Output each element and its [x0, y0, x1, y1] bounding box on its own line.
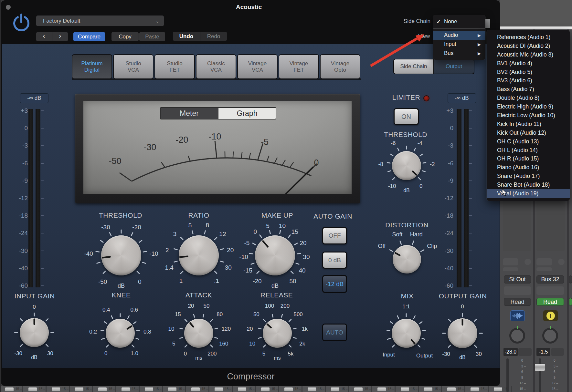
model-tab-studio-vca[interactable]: StudioVCA: [113, 54, 154, 79]
pan-knob[interactable]: [542, 328, 558, 344]
model-tab-platinum-digital[interactable]: PlatinumDigital: [72, 54, 112, 79]
mixer-output-button[interactable]: Bus 32: [536, 275, 564, 284]
fader-cap[interactable]: [238, 387, 246, 391]
mixer-output-button[interactable]: St Out: [504, 275, 531, 284]
distortion-knob[interactable]: [393, 245, 421, 273]
mixer-slot[interactable]: [504, 286, 531, 295]
undo-button[interactable]: Undo: [173, 32, 200, 41]
submenu-item-bv3-audio-6-[interactable]: BV3 (Audio 6): [487, 76, 570, 85]
model-tab-vintage-vca[interactable]: VintageVCA: [237, 54, 278, 79]
mixer-knob-mini[interactable]: [524, 259, 531, 265]
fader-cap[interactable]: [471, 387, 479, 391]
fader-cap[interactable]: [494, 387, 502, 391]
menu-item-audio[interactable]: Audio▶: [433, 31, 485, 40]
copy-button[interactable]: Copy: [111, 32, 139, 41]
auto-button[interactable]: AUTO: [322, 324, 347, 341]
track-warning-icon[interactable]: [543, 310, 558, 321]
submenu-item-electric-high-audio-9-[interactable]: Electric High (Audio 9): [487, 102, 570, 111]
submenu-item-bv2-audio-5-[interactable]: BV2 (Audio 5): [487, 68, 570, 77]
fader-cap[interactable]: [145, 387, 153, 391]
fader-cap[interactable]: [261, 387, 270, 391]
submenu-item-oh-r-audio-15-[interactable]: OH R (Audio 15): [487, 154, 570, 163]
submenu-item-references-audio-1-[interactable]: References (Audio 1): [487, 33, 570, 42]
submenu-item-acoustic-di-audio-2-[interactable]: Acoustic DI (Audio 2): [487, 42, 570, 50]
fader-cap[interactable]: [168, 387, 176, 391]
submenu-item-oh-l-audio-14-[interactable]: OH L (Audio 14): [487, 146, 570, 155]
limiter-threshold-knob[interactable]: [392, 151, 421, 180]
tab-meter[interactable]: Meter: [161, 108, 218, 119]
preset-back-button[interactable]: ‹: [36, 32, 52, 41]
submenu-item-acoustic-mic-audio-3-[interactable]: Acoustic Mic (Audio 3): [487, 50, 570, 59]
fader-cap[interactable]: [52, 387, 60, 391]
auto-gain-minus12-button[interactable]: -12 dB: [322, 275, 347, 293]
submenu-item-double-audio-8-[interactable]: Double (Audio 8): [487, 94, 570, 102]
fader-cap[interactable]: [331, 387, 339, 391]
fader-cap[interactable]: [5, 387, 14, 391]
submenu-item-snare-audio-17-[interactable]: Snare (Audio 17): [487, 172, 570, 181]
menu-item-bus[interactable]: Bus▶: [433, 49, 485, 58]
pan-knob[interactable]: [509, 328, 525, 344]
model-tab-classic-vca[interactable]: ClassicVCA: [196, 54, 236, 79]
power-button[interactable]: [12, 13, 30, 32]
threshold-knob[interactable]: [101, 235, 141, 275]
tab-graph[interactable]: Graph: [218, 108, 276, 119]
menu-item-none[interactable]: ✓None: [433, 17, 485, 26]
fader-cap[interactable]: [401, 387, 409, 391]
mix-knob[interactable]: [392, 319, 421, 348]
mixer-automation-button[interactable]: [569, 298, 572, 306]
traffic-light[interactable]: [6, 5, 11, 10]
listen-side-chain-button[interactable]: Side Chain: [393, 59, 434, 74]
preset-forward-button[interactable]: ›: [52, 32, 68, 41]
mixer-slot[interactable]: [536, 258, 552, 265]
fader-cap[interactable]: [122, 387, 130, 391]
auto-gain-0db-button[interactable]: 0 dB: [322, 252, 347, 269]
limiter-on-button[interactable]: ON: [394, 108, 419, 125]
mixer-output-button[interactable]: [569, 275, 572, 284]
fader-cap[interactable]: [424, 387, 432, 391]
auto-gain-off-button[interactable]: OFF: [322, 227, 347, 244]
fader-cap[interactable]: [284, 387, 293, 391]
fader-cap[interactable]: [308, 387, 316, 391]
attack-knob[interactable]: [184, 319, 213, 348]
fader-cap[interactable]: [75, 387, 83, 391]
model-tab-studio-fet[interactable]: StudioFET: [154, 54, 195, 79]
fader-cap[interactable]: [535, 364, 545, 371]
submenu-item-kick-in-audio-11-[interactable]: Kick In (Audio 11): [487, 120, 570, 129]
submenu-item-kick-out-audio-12-[interactable]: Kick Out (Audio 12): [487, 129, 570, 137]
fader-cap[interactable]: [215, 387, 223, 391]
submenu-item-vocal-audio-19-[interactable]: Vocal (Audio 19): [487, 189, 570, 198]
mixer-automation-button[interactable]: Read: [504, 298, 531, 306]
fader-cap[interactable]: [377, 387, 386, 391]
compare-button[interactable]: Compare: [73, 32, 105, 41]
redo-button[interactable]: Redo: [200, 32, 227, 41]
mixer-knob-mini[interactable]: [558, 259, 565, 265]
knee-knob[interactable]: [106, 319, 135, 348]
fader-cap[interactable]: [191, 387, 200, 391]
preset-select[interactable]: Factory Default ⌄: [36, 15, 164, 26]
volume-value[interactable]: -28.0: [503, 348, 518, 356]
mixer-slot[interactable]: [503, 267, 518, 271]
fader-cap[interactable]: [447, 387, 456, 391]
menu-item-input[interactable]: Input▶: [433, 40, 485, 49]
mixer-slot[interactable]: [536, 286, 564, 295]
submenu-item-bv1-audio-4-[interactable]: BV1 (Audio 4): [487, 59, 570, 68]
submenu-item-snare-bot-audio-18-[interactable]: Snare Bot (Audio 18): [487, 181, 570, 189]
submenu-item-piano-audio-16-[interactable]: Piano (Audio 16): [487, 163, 570, 172]
fader-cap[interactable]: [98, 387, 107, 391]
paste-button[interactable]: Paste: [139, 32, 165, 41]
listen-output-button[interactable]: Output: [434, 59, 474, 74]
fader-cap[interactable]: [28, 387, 37, 391]
model-tab-vintage-fet[interactable]: VintageFET: [279, 54, 319, 79]
fader-cap[interactable]: [354, 387, 363, 391]
mixer-slot[interactable]: [503, 258, 518, 265]
mixer-automation-button[interactable]: Read: [536, 298, 564, 306]
track-waveform-icon[interactable]: [510, 310, 525, 321]
submenu-item-electric-low-audio-10-[interactable]: Electric Low (Audio 10): [487, 111, 570, 120]
submenu-item-oh-c-audio-13-[interactable]: OH C (Audio 13): [487, 137, 570, 146]
mixer-slot[interactable]: [536, 267, 552, 271]
mixer-scrollbar[interactable]: [500, 26, 572, 29]
submenu-item-bass-audio-7-[interactable]: Bass (Audio 7): [487, 85, 570, 94]
make-up-knob[interactable]: [255, 235, 295, 275]
model-tab-vintage-opto[interactable]: VintageOpto: [320, 54, 360, 79]
ratio-knob[interactable]: [179, 235, 219, 275]
